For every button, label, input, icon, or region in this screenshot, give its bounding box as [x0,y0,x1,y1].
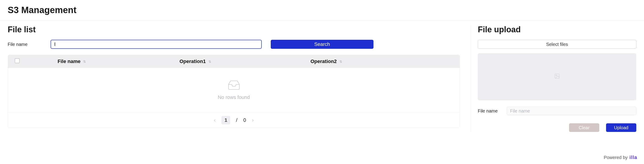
header-operation1[interactable]: Operation1 ⇅ [180,58,310,64]
clear-button[interactable]: Clear [569,123,599,132]
col-op2-label: Operation2 [310,58,337,64]
col-file-name-label: File name [58,58,80,64]
file-list-title: File list [8,25,460,34]
upload-file-name-row: File name [478,106,636,115]
file-name-search-label: File name [8,42,50,47]
illa-logo[interactable]: illa [629,154,637,160]
select-files-button[interactable]: Select files [478,40,636,49]
select-all-checkbox[interactable] [15,58,20,63]
upload-file-name-input[interactable] [507,106,636,115]
sort-icon: ⇅ [340,60,342,63]
table-empty-state: No rows found [8,68,460,112]
svg-rect-0 [555,74,559,78]
search-row: File name Search [8,40,460,49]
file-preview-box [478,53,636,100]
file-upload-panel: File upload Select files File name Clear… [471,25,636,132]
next-page-button[interactable]: › [252,117,254,123]
sort-icon: ⇅ [208,60,211,63]
header-operation2[interactable]: Operation2 ⇅ [310,58,342,64]
file-name-search-input[interactable] [50,40,262,49]
inbox-icon [228,80,240,91]
file-table-header: File name ⇅ Operation1 ⇅ Operation2 ⇅ [8,55,460,68]
footer: Powered by illa [604,154,637,160]
sort-icon: ⇅ [83,60,86,63]
upload-file-name-label: File name [478,108,500,114]
page-header: S3 Management [0,0,644,20]
empty-text: No rows found [218,94,250,100]
col-op1-label: Operation1 [180,58,206,64]
file-list-panel: File list File name Search File name ⇅ O… [8,25,471,132]
header-checkbox-cell [15,58,58,64]
page-separator: / [236,117,237,123]
page-title: S3 Management [8,5,636,15]
upload-button-row: Clear Upload [478,123,636,132]
upload-button[interactable]: Upload [606,123,636,132]
search-button[interactable]: Search [271,40,374,49]
main-content: File list File name Search File name ⇅ O… [0,20,644,132]
image-placeholder-icon [554,73,560,80]
prev-page-button[interactable]: ‹ [214,117,216,123]
total-pages: 0 [243,117,246,123]
svg-point-1 [556,75,557,76]
powered-by-label: Powered by [604,155,628,160]
current-page[interactable]: 1 [222,116,230,124]
file-upload-title: File upload [478,25,636,34]
header-file-name[interactable]: File name ⇅ [58,58,180,64]
pagination: ‹ 1 / 0 › [8,112,460,128]
file-table: File name ⇅ Operation1 ⇅ Operation2 ⇅ [8,55,460,128]
